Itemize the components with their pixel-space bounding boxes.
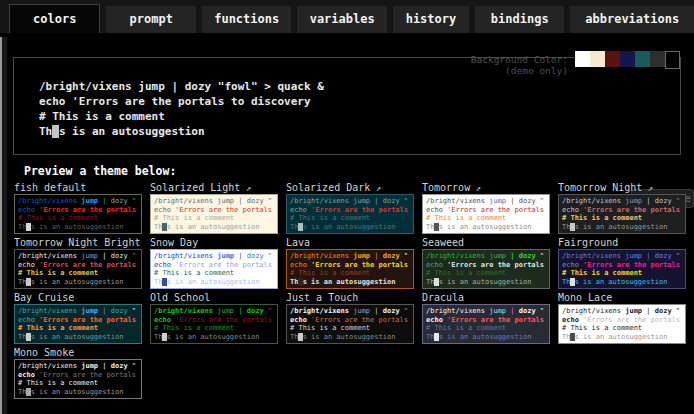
theme-sample-line: # This is a comment [154,324,274,333]
theme-title-tomorrow-night[interactable]: Tomorrow Night ↗ [558,181,686,194]
external-link-icon[interactable]: ↗ [240,183,251,193]
token-echo: echo [18,371,39,379]
tab-variables[interactable]: variables [297,6,386,33]
tab-prompt[interactable]: prompt [106,6,195,33]
token-path: /bright/vixens [562,252,625,260]
token-quote: " [268,197,272,205]
theme-title-tomorrow-night-bright[interactable]: Tomorrow Night Bright ↗ [14,236,142,249]
token-echo: echo [562,261,583,269]
theme-cell-old-school: Old School/bright/vixens jump | dozy "ec… [150,291,278,346]
external-link-icon[interactable]: ↗ [140,238,142,248]
token-error: 'Errors are the portals [311,261,408,269]
theme-sample-line: # This is a comment [290,269,410,278]
theme-preview-tomorrow-night-bright[interactable]: /bright/vixens jump | dozy "echo 'Errors… [14,249,142,289]
token-echo: echo [426,206,447,214]
theme-sample-line: /bright/vixens jump | dozy " [290,197,410,206]
tab-abbreviations[interactable]: abbreviations [570,6,694,33]
theme-name: Mono Smoke [14,347,74,358]
bg-swatch-dark-gray[interactable] [650,51,665,67]
token-command: jump [625,252,642,260]
theme-name: Tomorrow Night [558,182,642,193]
theme-sample-line: /bright/vixens jump | dozy " [154,252,274,261]
token-comment: # This is a comment [562,214,642,222]
theme-preview-solarized-dark[interactable]: /bright/vixens jump | dozy "echo 'Errors… [286,194,414,234]
theme-sample-line: /bright/vixens jump | dozy " [18,307,138,316]
theme-preview-seaweed[interactable]: /bright/vixens jump | dozy "echo 'Errors… [422,249,550,289]
token-pipe: | [98,307,111,315]
theme-cell-bay-cruise: Bay Cruise/bright/vixens jump | dozy "ec… [14,291,142,346]
theme-preview-snow-day[interactable]: /bright/vixens jump | dozy "echo 'Errors… [150,249,278,289]
token-path: /bright/vixens [562,307,625,315]
token-echo: echo [562,316,583,324]
theme-sample-line: This is an autosuggestion [18,388,138,397]
external-link-icon[interactable]: ↗ [370,183,381,193]
bg-swatch-dark-red[interactable] [605,51,620,67]
token-pipe: | [506,307,519,315]
theme-cell-tomorrow-night: Tomorrow Night ↗/bright/vixens jump | do… [558,181,686,236]
theme-name: Old School [150,292,210,303]
theme-preview-old-school[interactable]: /bright/vixens jump | dozy "echo 'Errors… [150,304,278,344]
theme-sample-line: # This is a comment [18,324,138,333]
external-link-icon[interactable]: ↗ [642,183,653,193]
tab-colors[interactable]: colors [9,4,100,33]
theme-cell-fish-default: fish default/bright/vixens jump | dozy "… [14,181,142,236]
bg-swatch-black[interactable] [665,51,680,69]
token-command: jump [625,307,642,315]
theme-preview-fish-default[interactable]: /bright/vixens jump | dozy "echo 'Errors… [14,194,142,234]
token-echo: echo [18,261,39,269]
token-error: 'Errors are the portals [447,316,544,324]
token-quote: " [132,197,136,205]
theme-cell-solarized-light: Solarized Light ↗/bright/vixens jump | d… [150,181,278,236]
theme-name: Tomorrow [422,182,470,193]
theme-preview-tomorrow-night[interactable]: /bright/vixens jump | dozy "echo 'Errors… [558,194,686,234]
theme-cell-solarized-dark: Solarized Dark ↗/bright/vixens jump | do… [286,181,414,236]
terminal-demo-line: # This is a comment [39,109,324,124]
token-command: jump [489,252,506,260]
theme-preview-dracula[interactable]: /bright/vixens jump | dozy "echo 'Errors… [422,304,550,344]
theme-cell-fairground: Fairground/bright/vixens jump | dozy "ec… [558,236,686,291]
theme-cell-just-a-touch: Just a Touch/bright/vixens jump | dozy "… [286,291,414,346]
token-autosug: s is an autosuggestion [303,333,396,341]
terminal-demo-line: echo 'Errors are the portals to discover… [39,94,324,109]
theme-title-solarized-light[interactable]: Solarized Light ↗ [150,181,278,194]
theme-title-solarized-dark[interactable]: Solarized Dark ↗ [286,181,414,194]
token-quote: " [132,252,136,260]
tab-bindings[interactable]: bindings [475,6,564,33]
theme-sample-line: /bright/vixens jump | dozy " [562,197,682,206]
theme-preview-mono-smoke[interactable]: /bright/vixens jump | dozy "echo 'Errors… [14,359,142,399]
theme-preview-tomorrow[interactable]: /bright/vixens jump | dozy "echo 'Errors… [422,194,550,234]
theme-cell-mono-smoke: Mono Smoke/bright/vixens jump | dozy "ec… [14,346,142,401]
theme-title-tomorrow[interactable]: Tomorrow ↗ [422,181,550,194]
token-echo: echo [18,206,39,214]
token-path: /bright/vixens [154,197,217,205]
theme-preview-fairground[interactable]: /bright/vixens jump | dozy "echo 'Errors… [558,249,686,289]
tab-history[interactable]: history [393,6,469,33]
theme-name: Snow Day [150,237,198,248]
token-comment: # This is a comment [426,324,506,332]
token-autosug: s is an autosuggestion [303,278,396,286]
token-error: 'Errors are the portals [583,316,680,324]
theme-title-fish-default: fish default [14,181,142,194]
theme-title-mono-smoke: Mono Smoke [14,346,142,359]
theme-preview-lava[interactable]: /bright/vixens jump | dozy "echo 'Errors… [286,249,414,289]
bg-swatch-cream[interactable] [590,51,605,67]
theme-sample-line: /bright/vixens jump | dozy " [426,197,546,206]
token-error: 'Errors are the portals [311,316,408,324]
tab-functions[interactable]: functions [202,6,291,33]
theme-name: Dracula [422,292,464,303]
token-param: dozy [655,307,676,315]
bg-swatch-teal[interactable] [635,51,650,67]
bg-swatch-navy[interactable] [620,51,635,67]
token-pipe: | [642,307,655,315]
bg-swatch-white[interactable] [575,51,590,67]
theme-preview-just-a-touch[interactable]: /bright/vixens jump | dozy "echo 'Errors… [286,304,414,344]
theme-preview-bay-cruise[interactable]: /bright/vixens jump | dozy "echo 'Errors… [14,304,142,344]
token-quote: " [540,252,544,260]
token-pipe: | [370,197,383,205]
token-command: jump [353,197,370,205]
external-link-icon[interactable]: ↗ [470,183,481,193]
token-error: 'Errors are the portals [447,206,544,214]
theme-preview-solarized-light[interactable]: /bright/vixens jump | dozy "echo 'Errors… [150,194,278,234]
theme-preview-mono-lace[interactable]: /bright/vixens jump | dozy "echo 'Errors… [558,304,686,344]
token-param: dozy [111,307,132,315]
